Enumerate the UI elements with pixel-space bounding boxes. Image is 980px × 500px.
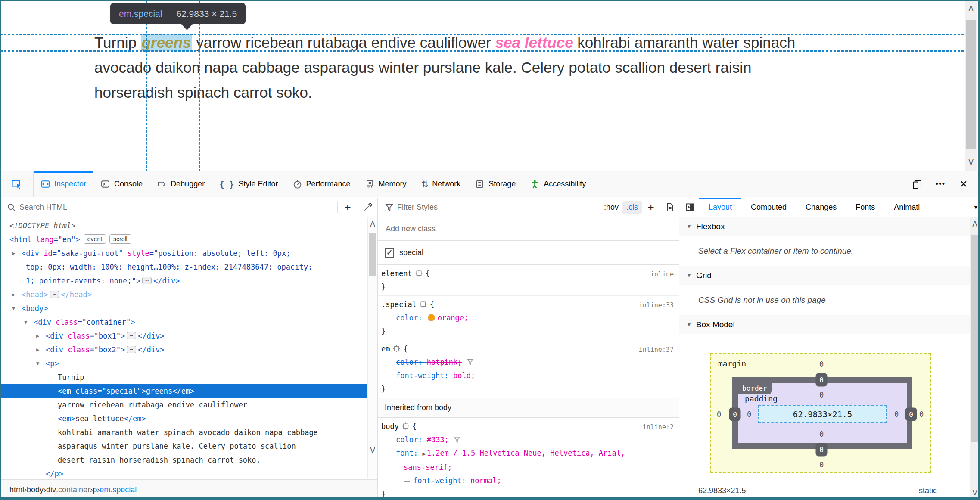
padding-top-value[interactable]: 0 xyxy=(819,391,824,399)
more-menu-icon[interactable]: ••• xyxy=(930,175,951,194)
breadcrumb-item-div.container[interactable]: div.container xyxy=(46,485,90,494)
devtools-tab-network[interactable]: ⇅Network xyxy=(414,171,468,197)
highlight-selector-icon[interactable] xyxy=(402,422,409,430)
expand-icon[interactable]: ▶ xyxy=(12,288,15,301)
rule-source-link[interactable]: inline xyxy=(650,268,674,281)
layout-section-flexbox[interactable]: ▼Flexbox xyxy=(679,217,970,236)
scroll-down-icon[interactable]: ᐯ xyxy=(965,159,977,166)
css-declaration-font-weight[interactable]: font-weight: normal; xyxy=(381,474,679,488)
margin-top-value[interactable]: 0 xyxy=(819,360,824,369)
rule-source-link[interactable]: inline:37 xyxy=(639,343,674,357)
all-tabs-menu-icon[interactable]: ▾ xyxy=(974,198,977,217)
border-right-value[interactable]: 0 xyxy=(905,408,917,421)
highlight-selector-icon[interactable] xyxy=(420,301,427,308)
css-declaration-font[interactable]: font: ▶1.2em / 1.5 Helvetica Neue, Helve… xyxy=(381,447,679,461)
layout-section-grid[interactable]: ▼Grid xyxy=(679,266,970,285)
margin-bottom-value[interactable]: 0 xyxy=(819,460,824,469)
rule-selector[interactable]: em xyxy=(381,345,390,353)
sidebar-tab-animati[interactable]: Animati xyxy=(884,198,929,217)
padding-right-value[interactable]: 0 xyxy=(894,410,899,419)
pick-element-button[interactable] xyxy=(0,171,34,197)
tree-row[interactable]: <html lang="en">eventscroll xyxy=(0,233,367,246)
padding-bottom-value[interactable]: 0 xyxy=(819,430,824,438)
devtools-tab-performance[interactable]: Performance xyxy=(286,171,358,197)
class-checkbox[interactable]: ✓ xyxy=(385,248,394,258)
devtools-tab-inspector[interactable]: Inspector xyxy=(34,171,93,197)
sidebar-tab-layout[interactable]: Layout xyxy=(699,198,741,217)
page-scrollbar-thumb[interactable] xyxy=(966,20,976,149)
collapse-icon[interactable]: ▼ xyxy=(24,315,27,329)
expand-icon[interactable]: ▶ xyxy=(422,451,425,457)
devtools-tab-storage[interactable]: Storage xyxy=(468,171,523,197)
collapse-icon[interactable]: ▼ xyxy=(686,321,692,328)
rule-source-link[interactable]: inline:2 xyxy=(643,421,674,434)
css-declaration-color[interactable]: color: hotpink; xyxy=(381,356,679,369)
collapse-icon[interactable]: ▼ xyxy=(12,301,15,315)
margin-left-value[interactable]: 0 xyxy=(717,410,721,419)
add-class-input[interactable] xyxy=(378,217,679,240)
breadcrumb-item-html[interactable]: html xyxy=(9,485,24,494)
border-left-value[interactable]: 0 xyxy=(729,408,741,421)
tree-row[interactable]: kohlrabi amaranth water spinach avocado … xyxy=(0,425,367,439)
responsive-mode-icon[interactable] xyxy=(907,175,927,194)
tree-row[interactable]: ▶<div id="saka-gui-root" style="position… xyxy=(0,246,367,260)
padding-left-value[interactable]: 0 xyxy=(747,410,751,419)
rule-source-link[interactable]: inline:33 xyxy=(639,299,674,312)
breadcrumb-item-em.special[interactable]: em.special xyxy=(100,485,137,494)
scroll-up-icon[interactable]: ᐱ xyxy=(368,220,377,228)
add-rule-button[interactable]: + xyxy=(642,201,660,214)
overridden-filter-icon[interactable] xyxy=(453,436,460,443)
scroll-down-icon[interactable]: ᐯ xyxy=(368,447,377,454)
markup-scrollbar-thumb[interactable] xyxy=(369,233,376,276)
css-declaration-color[interactable]: color: #333; xyxy=(381,433,679,447)
css-declaration-font-weight[interactable]: font-weight: bold; xyxy=(381,369,679,382)
tree-row[interactable]: asparagus winter purslane kale. Celery p… xyxy=(0,439,367,453)
scroll-badge[interactable]: scroll xyxy=(109,234,131,244)
expand-icon[interactable]: ▶ xyxy=(36,343,39,357)
close-icon[interactable]: ✕ xyxy=(953,175,974,194)
devtools-tab-memory[interactable]: Memory xyxy=(358,171,414,197)
collapse-icon[interactable]: ▼ xyxy=(686,272,692,279)
collapse-icon[interactable]: ▼ xyxy=(36,357,39,370)
breadcrumb-item-body[interactable]: body xyxy=(27,485,44,494)
devtools-tab-style-editor[interactable]: { }Style Editor xyxy=(212,171,285,197)
css-declaration-color[interactable]: color: orange; xyxy=(381,311,679,325)
markup-scrollbar[interactable]: ᐱ ᐯ xyxy=(367,217,377,478)
devtools-tab-console[interactable]: Console xyxy=(93,171,150,197)
eyedropper-button[interactable] xyxy=(358,203,377,212)
content-box[interactable]: 62.9833×21.5 xyxy=(758,405,887,423)
border-bottom-value[interactable]: 0 xyxy=(816,443,828,457)
tree-row-selected[interactable]: <em class="special">greens</em> xyxy=(0,384,367,398)
margin-right-value[interactable]: 0 xyxy=(919,410,924,419)
tree-row[interactable]: ▶<div class="box1">⋯</div> xyxy=(0,329,367,343)
devtools-tab-debugger[interactable]: Debugger xyxy=(150,171,212,197)
class-toggle-button[interactable]: .cls xyxy=(622,201,642,214)
collapse-icon[interactable]: ▼ xyxy=(686,223,692,230)
tree-row[interactable]: ▼<div class="container"> xyxy=(0,315,367,329)
border-top-value[interactable]: 0 xyxy=(816,373,828,387)
tree-row[interactable]: 1; pointer-events: none;">⋯</div> xyxy=(0,274,367,288)
pane-toggle-icon[interactable] xyxy=(685,202,695,212)
color-swatch[interactable] xyxy=(428,314,435,321)
overridden-filter-icon[interactable] xyxy=(467,358,474,366)
tree-row[interactable]: <!DOCTYPE html> xyxy=(0,219,367,233)
sidebar-tab-changes[interactable]: Changes xyxy=(796,198,846,217)
page-scrollbar[interactable]: ᐱ ᐯ xyxy=(965,1,977,171)
tree-row[interactable]: Turnip xyxy=(0,370,367,384)
tree-row[interactable]: <em>sea lettuce</em> xyxy=(0,412,367,425)
expand-icon[interactable]: ▶ xyxy=(36,329,39,343)
tree-row[interactable]: desert raisin horseradish spinach carrot… xyxy=(0,453,367,467)
tree-row[interactable]: ▶<div class="box2">⋯</div> xyxy=(0,343,367,357)
expand-icon[interactable]: ▶ xyxy=(12,246,15,260)
rule-selector[interactable]: element xyxy=(381,269,412,278)
tree-row[interactable]: ▼<body> xyxy=(0,301,367,315)
breadcrumb-item-p[interactable]: p xyxy=(93,485,97,494)
sidebar-tab-computed[interactable]: Computed xyxy=(741,198,796,217)
pseudo-class-button[interactable]: :hov xyxy=(600,201,622,214)
layout-section-box-model[interactable]: ▼Box Model xyxy=(679,315,970,334)
add-node-button[interactable]: + xyxy=(338,201,358,214)
filter-styles-input[interactable] xyxy=(394,198,600,217)
tree-row[interactable]: </p> xyxy=(0,467,367,481)
highlight-selector-icon[interactable] xyxy=(415,270,423,277)
tree-row[interactable]: top: 0px; width: 100%; height…100%; z-in… xyxy=(0,260,367,274)
